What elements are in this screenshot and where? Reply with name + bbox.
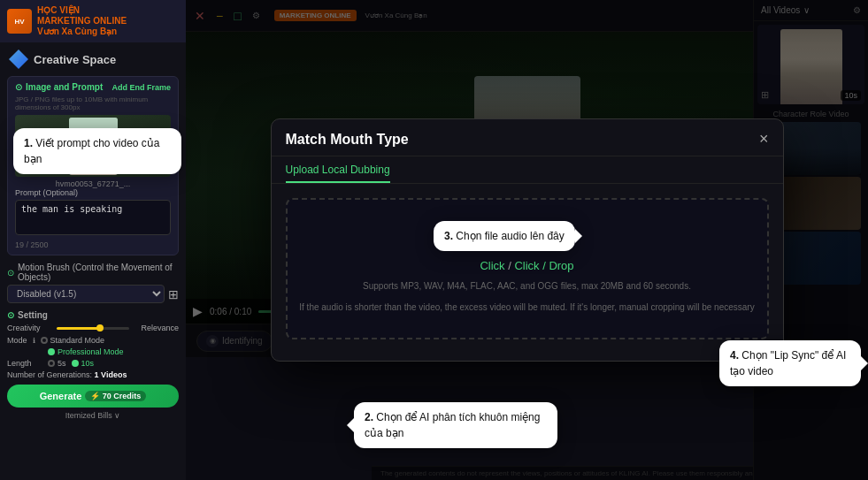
creative-icon xyxy=(9,50,28,69)
creativity-row: Creativity Relevance xyxy=(7,324,179,332)
bubble-4: 4. Chọn "Lip Sync" để AI tạo video xyxy=(719,340,861,386)
file-name-label: hvmo0053_67271_... xyxy=(15,179,171,188)
logo-icon: HV xyxy=(7,9,32,34)
setting-title: ⊙ Setting xyxy=(7,310,179,320)
standard-radio[interactable] xyxy=(41,337,48,344)
bubble-3-arrow xyxy=(575,229,582,243)
upload-main-text: Click / Click / Drop xyxy=(480,259,573,272)
left-sidebar: HV HỌC VIỆN MARKETING ONLINE Vươn Xa Cùn… xyxy=(0,0,186,480)
creativity-slider[interactable] xyxy=(57,327,129,330)
modal-close-button[interactable]: × xyxy=(759,130,769,149)
step-4-number: 4. xyxy=(730,349,739,362)
bubble-4-text: 4. Chọn "Lip Sync" để AI tạo video xyxy=(730,347,850,379)
credits-badge: ⚡ 70 Credits xyxy=(85,391,146,401)
brand-name: HỌC VIỆN xyxy=(37,5,127,16)
bubble-3-text: 3. Chọn file audio lên đây xyxy=(444,228,565,244)
brand-tagline: Vươn Xa Cùng Bạn xyxy=(37,27,127,37)
bubble-1: 1. Viết prompt cho video của bạn xyxy=(13,128,181,174)
creative-space-title: Creative Space xyxy=(0,42,186,72)
modal-body: ↑ Click / Click / Drop Supports MP3, WAV… xyxy=(272,184,783,361)
modal-title: Match Mouth Type xyxy=(286,132,409,148)
step-3-number: 3. xyxy=(444,230,453,242)
mode-label: Mode xyxy=(7,336,27,345)
generate-button[interactable]: Generate ⚡ 70 Credits xyxy=(7,385,179,408)
motion-brush-section: ⊙ Motion Brush (Control the Movement of … xyxy=(7,263,179,303)
upload-note: If the audio is shorter than the video, … xyxy=(299,301,754,315)
motion-brush-label: ⊙ Motion Brush (Control the Movement of … xyxy=(7,263,179,282)
click-span: Click xyxy=(480,259,504,272)
step-1-number: 1. xyxy=(24,137,33,149)
char-count: 19 / 2500 xyxy=(15,240,171,249)
mode-info-icon[interactable]: ℹ xyxy=(33,337,35,345)
5s-option[interactable]: 5s xyxy=(48,359,66,368)
bubble-3: 3. Chọn file audio lên đây xyxy=(434,221,575,251)
setting-section: ⊙ Setting Creativity Relevance Mode ℹ St… xyxy=(7,310,179,420)
bubble-2: 2. Chọn để AI phân tích khuôn miệng của … xyxy=(354,402,557,448)
upload-support-text: Supports MP3, WAV, M4A, FLAC, AAC, and O… xyxy=(363,279,691,293)
length-row: Length 5s 10s xyxy=(7,359,179,368)
add-end-frame-btn[interactable]: Add End Frame xyxy=(111,83,171,92)
modal-header: Match Mouth Type × xyxy=(272,119,783,156)
brand-sub: MARKETING ONLINE xyxy=(37,16,127,27)
bubble-2-text: 2. Chọn để AI phân tích khuôn miệng của … xyxy=(365,409,547,441)
professional-radio[interactable] xyxy=(48,348,55,355)
itemized-bills-link[interactable]: Itemized Bills ∨ xyxy=(7,411,179,420)
file-info: JPG / PNG files up to 10MB with minimum … xyxy=(15,95,171,111)
prompt-input[interactable]: the man is speaking xyxy=(15,200,171,235)
upload-zone[interactable]: ↑ Click / Click / Drop Supports MP3, WAV… xyxy=(286,198,769,339)
modal-tabs: Upload Local Dubbing xyxy=(272,156,783,184)
image-section-title: ⊙ Image and Prompt Add End Frame xyxy=(15,82,171,92)
prompt-label: Prompt (Optional) xyxy=(15,188,171,197)
slider-thumb xyxy=(96,324,104,331)
bubble-4-arrow xyxy=(861,356,868,370)
5s-radio[interactable] xyxy=(48,360,55,367)
sidebar-header: HV HỌC VIỆN MARKETING ONLINE Vươn Xa Cùn… xyxy=(0,0,186,42)
10s-option[interactable]: 10s xyxy=(72,359,95,368)
bubble-2-arrow xyxy=(347,418,354,432)
bubble-1-text: 1. Viết prompt cho video của bạn xyxy=(24,135,171,167)
10s-radio[interactable] xyxy=(72,360,79,367)
mode-row: Mode ℹ Standard Mode xyxy=(7,336,179,345)
standard-mode-opt[interactable]: Standard Mode xyxy=(41,336,105,345)
tab-upload-local[interactable]: Upload Local Dubbing xyxy=(286,164,390,183)
motion-settings-icon[interactable]: ⊞ xyxy=(168,287,179,301)
length-label: Length xyxy=(7,359,42,368)
professional-mode-row: Professional Mode xyxy=(7,347,179,356)
creativity-label: Creativity xyxy=(7,324,51,332)
step-2-number: 2. xyxy=(365,411,373,423)
relevance-label: Relevance xyxy=(134,324,179,332)
num-generations: Number of Generations: 1 Videos xyxy=(7,370,179,379)
motion-select[interactable]: Disabled (v1.5) xyxy=(7,285,165,303)
professional-mode-opt[interactable]: Professional Mode xyxy=(48,347,124,356)
